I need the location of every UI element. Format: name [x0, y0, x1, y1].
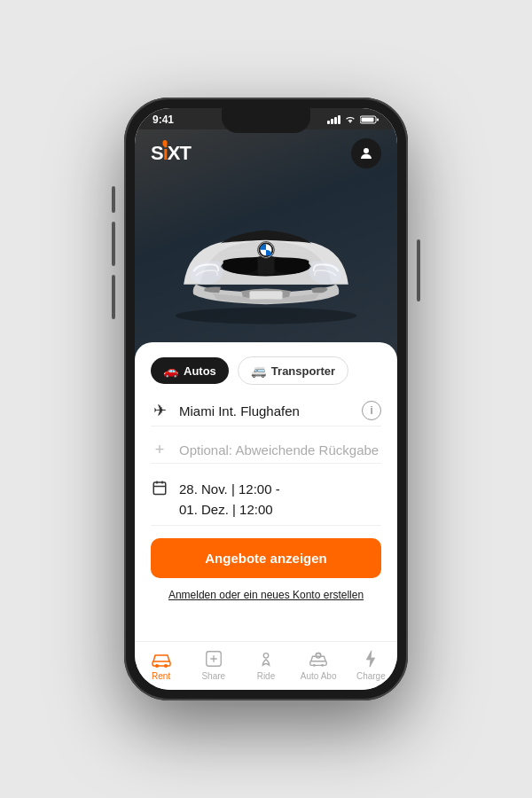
- battery-icon: [360, 115, 379, 124]
- phone-screen: 9:41: [135, 108, 397, 690]
- silent-switch: [112, 275, 115, 319]
- nav-item-charge[interactable]: Charge: [348, 649, 393, 681]
- tab-transporter-label: Transporter: [271, 364, 335, 378]
- plus-icon: +: [151, 441, 168, 459]
- svg-rect-10: [153, 482, 166, 495]
- status-time: 9:41: [153, 113, 174, 126]
- share-icon: [204, 649, 223, 669]
- phone-notch: [222, 108, 310, 133]
- date-line2: 01. Dez. | 12:00: [179, 500, 280, 520]
- charge-label: Charge: [356, 671, 386, 681]
- svg-point-4: [176, 308, 356, 325]
- car-tab-icon: 🚗: [163, 364, 178, 378]
- nav-item-ride[interactable]: Ride: [244, 649, 288, 681]
- date-row[interactable]: 28. Nov. | 12:00 - 01. Dez. | 12:00: [151, 474, 381, 526]
- logo-s: S: [151, 142, 163, 165]
- info-button[interactable]: i: [362, 401, 381, 420]
- svg-point-18: [263, 653, 269, 659]
- rent-icon: [151, 649, 172, 669]
- svg-rect-2: [377, 119, 379, 121]
- svg-rect-14: [153, 661, 170, 666]
- svg-marker-23: [367, 651, 375, 667]
- svg-rect-9: [249, 291, 282, 299]
- volume-up-button: [112, 186, 115, 213]
- svg-point-21: [321, 664, 324, 667]
- plane-icon: ✈: [151, 401, 168, 420]
- optional-return-row[interactable]: + Optional: Abweichende Rückgabe: [151, 437, 381, 464]
- signal-icon: [327, 115, 340, 124]
- logo-xt: XT: [168, 142, 191, 165]
- calendar-icon: [151, 480, 168, 500]
- phone-frame: 9:41: [124, 98, 408, 700]
- power-button: [417, 239, 420, 301]
- svg-point-20: [313, 664, 316, 667]
- date-line1: 28. Nov. | 12:00 -: [179, 480, 280, 500]
- sixt-logo: S i XT: [151, 142, 191, 165]
- profile-button[interactable]: [351, 138, 381, 168]
- category-tabs: 🚗 Autos 🚐 Transporter: [151, 356, 381, 385]
- optional-return-placeholder: Optional: Abweichende Rückgabe: [179, 442, 381, 458]
- logo-i: i: [163, 142, 168, 165]
- nav-item-share[interactable]: Share: [192, 649, 236, 681]
- nav-item-auto-abo[interactable]: Auto Abo: [296, 649, 340, 681]
- status-icons: [327, 115, 379, 124]
- nav-item-rent[interactable]: Rent: [139, 649, 184, 681]
- tab-autos-label: Autos: [184, 364, 216, 378]
- svg-point-15: [155, 664, 159, 668]
- date-values: 28. Nov. | 12:00 - 01. Dez. | 12:00: [179, 480, 280, 520]
- svg-point-16: [164, 664, 168, 668]
- volume-down-button: [112, 222, 115, 266]
- ride-icon: [256, 649, 276, 669]
- hero-area: S i XT: [135, 129, 397, 360]
- location-row[interactable]: ✈ Miami Int. Flughafen i: [151, 395, 381, 426]
- app-header: S i XT: [135, 129, 397, 168]
- auto-abo-label: Auto Abo: [301, 671, 337, 681]
- share-label: Share: [201, 671, 225, 681]
- svg-rect-19: [310, 661, 326, 666]
- wifi-icon: [344, 115, 356, 124]
- charge-icon: [363, 649, 379, 669]
- van-tab-icon: 🚐: [251, 364, 266, 378]
- person-icon: [358, 145, 374, 161]
- svg-point-3: [364, 148, 369, 153]
- auto-abo-icon: [308, 649, 329, 669]
- car-container: [135, 160, 397, 360]
- location-value: Miami Int. Flughafen: [179, 403, 351, 419]
- show-offers-button[interactable]: Angebote anzeigen: [151, 538, 381, 578]
- svg-rect-5: [258, 256, 275, 274]
- car-image: [151, 193, 381, 326]
- tab-transporter[interactable]: 🚐 Transporter: [238, 356, 348, 385]
- rent-label: Rent: [152, 671, 170, 681]
- login-link[interactable]: Anmelden oder ein neues Konto erstellen: [151, 589, 381, 605]
- bottom-card: 🚗 Autos 🚐 Transporter ✈ Miami Int. Flugh…: [135, 342, 397, 641]
- info-icon-label: i: [371, 404, 373, 417]
- tab-autos[interactable]: 🚗 Autos: [151, 357, 229, 384]
- bottom-nav: Rent Share Ride: [135, 641, 397, 690]
- ride-label: Ride: [257, 671, 276, 681]
- svg-rect-1: [362, 118, 374, 122]
